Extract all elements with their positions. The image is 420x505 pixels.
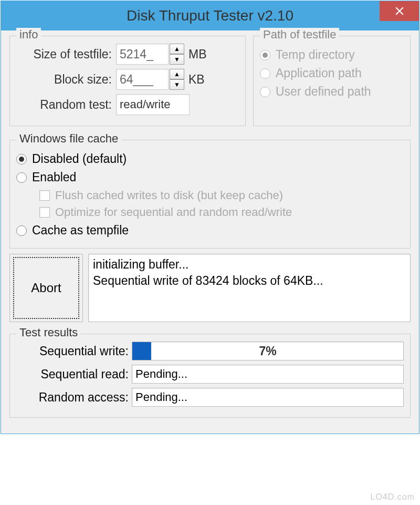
abort-label: Abort (31, 281, 61, 295)
close-icon (395, 6, 404, 16)
results-group-label: Test results (16, 326, 81, 339)
testfile-size-label: Size of testfile: (16, 47, 116, 61)
close-button[interactable] (380, 1, 419, 21)
radio-icon (260, 68, 270, 79)
block-size-unit: KB (188, 73, 205, 87)
random-access-value: Pending... (132, 388, 404, 407)
testfile-size-input[interactable] (116, 44, 169, 65)
random-access-row: Random access: Pending... (16, 388, 404, 407)
size-spin-down[interactable]: ▼ (170, 54, 184, 65)
path-group: Path of testfile Temp directory Applicat… (253, 36, 411, 126)
path-group-label: Path of testfile (260, 28, 339, 42)
block-spin-up[interactable]: ▲ (170, 69, 184, 79)
info-group: info Size of testfile: ▲ ▼ MB Block size… (9, 36, 246, 126)
console-line: Sequential write of 83424 blocks of 64KB… (93, 273, 406, 289)
window-body: info Size of testfile: ▲ ▼ MB Block size… (1, 30, 419, 434)
check-label: Flush cached writes to disk (but keep ca… (55, 189, 283, 202)
random-test-input[interactable] (116, 94, 190, 115)
progress-text: 7% (132, 342, 403, 360)
radio-label: Cache as tempfile (32, 223, 129, 238)
abort-container: Abort (9, 254, 83, 322)
radio-label: Disabled (default) (32, 152, 127, 166)
seq-write-progress: 7% (132, 342, 404, 360)
radio-icon (260, 50, 270, 60)
radio-cache-enabled[interactable]: Enabled (16, 170, 404, 184)
status-console: initializing buffer... Sequential write … (88, 254, 411, 322)
block-size-row: Block size: ▲ ▼ KB (16, 69, 239, 90)
random-test-label: Random test: (16, 98, 116, 112)
size-spin-up[interactable]: ▲ (170, 44, 184, 54)
cache-group-label: Windows file cache (16, 132, 121, 146)
app-window: Disk Thruput Tester v2.10 info Size of t… (1, 1, 419, 434)
seq-read-label: Sequential read: (16, 367, 132, 382)
block-size-input[interactable] (116, 69, 169, 90)
radio-label: User defined path (276, 85, 371, 99)
cache-group: Windows file cache Disabled (default) En… (9, 140, 411, 249)
radio-cache-tempfile[interactable]: Cache as tempfile (16, 223, 404, 238)
watermark: LO4D.com (371, 492, 415, 502)
random-access-label: Random access: (16, 390, 132, 405)
abort-button[interactable]: Abort (13, 257, 79, 319)
block-spin-down[interactable]: ▼ (170, 79, 184, 90)
radio-application-path[interactable]: Application path (260, 66, 404, 80)
titlebar[interactable]: Disk Thruput Tester v2.10 (1, 1, 419, 30)
seq-read-row: Sequential read: Pending... (16, 365, 404, 384)
info-group-label: info (16, 28, 41, 42)
radio-label: Enabled (32, 170, 76, 184)
radio-cache-disabled[interactable]: Disabled (default) (16, 152, 404, 166)
block-size-spinner: ▲ ▼ (170, 69, 184, 90)
radio-icon (16, 154, 27, 164)
check-flush-writes[interactable]: Flush cached writes to disk (but keep ca… (39, 189, 404, 202)
radio-label: Temp directory (276, 48, 355, 62)
testfile-size-unit: MB (188, 47, 207, 61)
testfile-size-row: Size of testfile: ▲ ▼ MB (16, 44, 239, 65)
radio-icon (260, 87, 270, 97)
radio-icon (16, 172, 27, 183)
block-size-label: Block size: (16, 73, 116, 87)
radio-user-defined-path[interactable]: User defined path (260, 85, 404, 99)
window-title: Disk Thruput Tester v2.10 (127, 7, 293, 24)
results-group: Test results Sequential write: 7% Sequen… (9, 334, 411, 418)
random-test-row: Random test: (16, 94, 239, 115)
testfile-size-spinner: ▲ ▼ (170, 44, 184, 65)
radio-icon (16, 225, 27, 236)
checkbox-icon (39, 207, 50, 218)
seq-read-value: Pending... (132, 365, 404, 384)
action-row: Abort initializing buffer... Sequential … (9, 254, 411, 322)
check-label: Optimize for sequential and random read/… (55, 205, 292, 219)
radio-label: Application path (276, 66, 362, 80)
console-line: initializing buffer... (93, 256, 406, 273)
seq-write-row: Sequential write: 7% (16, 342, 404, 360)
check-optimize-rw[interactable]: Optimize for sequential and random read/… (39, 205, 404, 219)
checkbox-icon (39, 190, 50, 201)
radio-temp-directory[interactable]: Temp directory (260, 48, 404, 62)
seq-write-label: Sequential write: (16, 344, 132, 358)
